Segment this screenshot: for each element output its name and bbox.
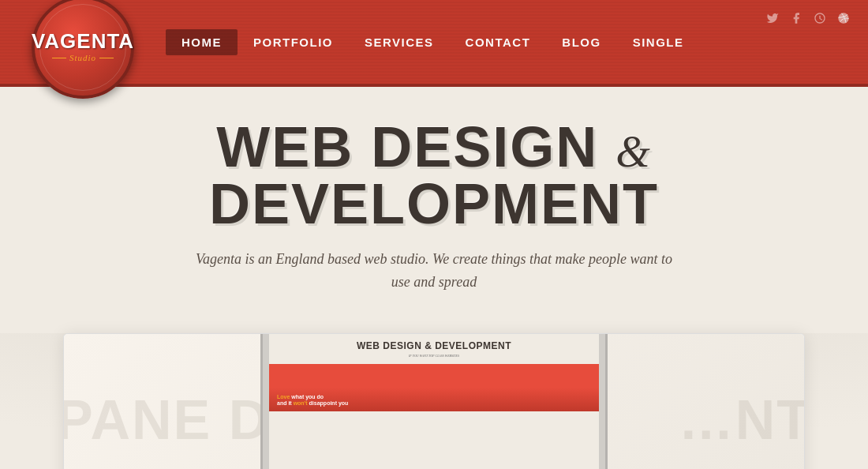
logo-studio-label: Studio	[69, 53, 96, 62]
preview-inner: Pane Design …NT	[64, 334, 804, 469]
hero-subtitle: Vagenta is an England based web studio. …	[189, 248, 679, 294]
nav-item-home[interactable]: HOME	[166, 29, 238, 55]
skype-icon[interactable]	[811, 9, 829, 27]
logo-brand-name: VAGENTA	[32, 31, 134, 51]
mini-overlay-highlight2: won't	[294, 400, 308, 406]
preview-card: Pane Design …NT	[63, 333, 805, 469]
nav-item-portfolio[interactable]: PORTFOLIO	[238, 29, 349, 55]
laptop-screen-bezel: V HOME WORKS SERVICE ABOUT CONTACT BLOG	[269, 333, 599, 469]
hero-ampersand: &	[615, 127, 652, 176]
hero-title: WEB DESIGN & DEVELOPMENT	[63, 118, 805, 232]
nav-item-single[interactable]: SINGLE	[617, 29, 700, 55]
facebook-icon[interactable]	[788, 9, 805, 27]
nav-item-contact[interactable]: CONTACT	[450, 29, 547, 55]
logo-circle: VAGENTA Studio	[32, 0, 134, 99]
nav-item-blog[interactable]: BLOG	[546, 29, 616, 55]
laptop-mockup: V HOME WORKS SERVICE ABOUT CONTACT BLOG	[253, 333, 615, 469]
twitter-icon[interactable]	[764, 9, 781, 27]
mini-site-subtitle: IF YOU WANT TOP CLASS WEBSITES	[285, 354, 583, 358]
hero-section: WEB DESIGN & DEVELOPMENT Vagenta is an E…	[0, 87, 868, 333]
social-icons-bar	[764, 9, 852, 27]
mini-overlay-highlight: Love	[277, 394, 290, 400]
header: VAGENTA Studio HOME PORTFOLIO SERVICES C…	[0, 0, 868, 87]
mini-hero-image: Love what you do and it won't disappoint…	[269, 364, 599, 411]
mini-site-title: WEB DESIGN & DEVELOPMENT	[285, 340, 583, 351]
mini-hero: WEB DESIGN & DEVELOPMENT IF YOU WANT TOP…	[269, 333, 599, 364]
hero-title-part1: WEB DESIGN	[216, 115, 598, 178]
hero-title-part2: DEVELOPMENT	[209, 172, 659, 235]
mini-site: V HOME WORKS SERVICE ABOUT CONTACT BLOG	[269, 333, 599, 469]
mini-overlay-text: Love what you do and it won't disappoint…	[277, 394, 348, 407]
laptop-body: V HOME WORKS SERVICE ABOUT CONTACT BLOG	[260, 333, 608, 469]
dribbble-icon[interactable]	[835, 9, 852, 27]
nav-item-services[interactable]: SERVICES	[349, 29, 450, 55]
logo-divider: Studio	[52, 53, 114, 62]
main-nav: HOME PORTFOLIO SERVICES CONTACT BLOG SIN…	[166, 29, 700, 55]
bg-text-right: …NT	[679, 388, 805, 452]
logo-area[interactable]: VAGENTA Studio	[32, 0, 134, 99]
